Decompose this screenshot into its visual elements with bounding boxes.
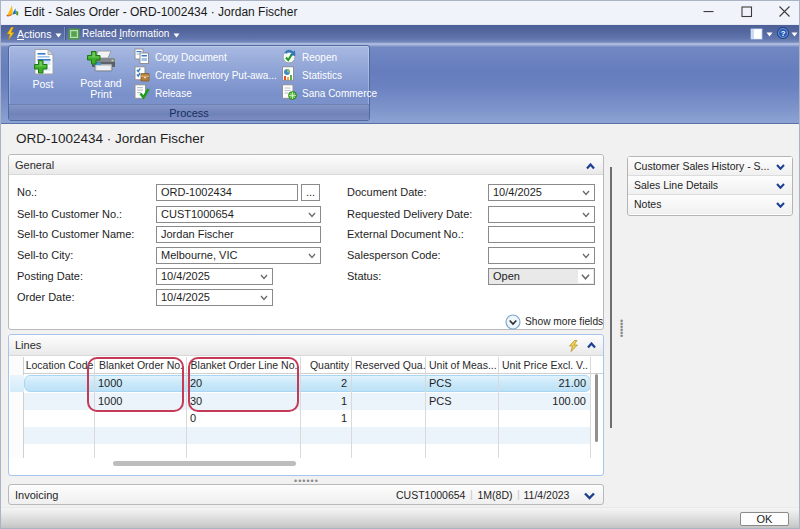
- svg-text:?: ?: [781, 29, 786, 38]
